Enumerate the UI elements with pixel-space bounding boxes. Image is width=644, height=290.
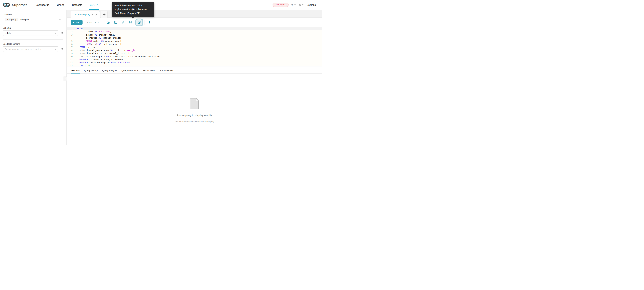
query-tab[interactable]: Example query <box>71 11 100 18</box>
sqllab-main-panel: Example query Run Limit 1K <box>67 10 322 145</box>
sql-editor[interactable]: 1SELECT2 u.name AS user_name,3 c.name AS… <box>67 27 322 66</box>
switch-editor-icon[interactable] <box>136 19 142 25</box>
results-tab-results[interactable]: Results <box>72 68 80 73</box>
table-select[interactable]: Select table or type to search tables <box>3 46 58 52</box>
toolbar-divider <box>102 20 103 25</box>
superset-logo[interactable]: Superset <box>3 2 27 7</box>
line-number: 2 <box>67 30 75 33</box>
nav-item-datasets[interactable]: Datasets <box>72 0 82 9</box>
nav-item-sql[interactable]: SQL <box>90 0 98 9</box>
results-tab-query-estimator[interactable]: Query Estimator <box>122 68 138 73</box>
run-button[interactable]: Run <box>71 20 82 25</box>
new-tab-button[interactable] <box>101 11 108 18</box>
database-engine-tag: postgresql <box>5 18 18 21</box>
code-line-8: 8 JOIN channel_members cm ON u.id = cm.u… <box>67 49 322 52</box>
results-tab-query-history[interactable]: Query history <box>84 68 98 73</box>
theme-toggle[interactable] <box>298 3 304 6</box>
new-item-menu[interactable]: + <box>291 3 296 6</box>
chevron-down-icon <box>316 4 318 5</box>
copy-link-icon[interactable] <box>120 19 126 25</box>
refresh-schemas-icon[interactable] <box>60 32 63 34</box>
environment-badge: flask-debug <box>272 3 288 7</box>
code-line-3: 3 c.name AS channel_name, <box>67 33 322 36</box>
database-select[interactable]: postgresql examples <box>3 17 63 22</box>
sun-icon <box>298 3 302 6</box>
line-number: 8 <box>67 49 75 52</box>
line-number: 12 <box>67 61 75 64</box>
run-label: Run <box>76 21 80 23</box>
content-area: Database postgresql examples Schema publ… <box>0 10 322 145</box>
code-line-10: 10 LEFT JOIN messages m ON m."user" = u.… <box>67 55 322 58</box>
chevron-down-icon <box>54 32 56 34</box>
line-number: 9 <box>67 52 75 55</box>
empty-state-title: Run a query to display results <box>176 114 212 117</box>
table-icon[interactable] <box>112 19 119 25</box>
code-line-12: 12 ORDER BY last_message_at DESC NULLS L… <box>67 61 322 64</box>
format-sql-icon[interactable] <box>128 19 134 25</box>
gutter-border <box>75 27 75 66</box>
line-number: 6 <box>67 43 75 46</box>
collapse-sidebar-button[interactable]: ‹ <box>64 76 67 81</box>
line-number: 13 <box>67 64 75 66</box>
chevron-down-icon <box>54 48 56 50</box>
line-number: 4 <box>67 36 75 39</box>
code-line-1: 1SELECT <box>67 27 322 30</box>
sqllab-sidebar: Database postgresql examples Schema publ… <box>0 10 67 145</box>
indent-guide <box>82 30 82 46</box>
editor-toolbar: Run Limit 1K <box>67 18 322 27</box>
nav-item-label: Datasets <box>72 3 82 6</box>
editor-tab-strip: Example query <box>67 10 322 18</box>
pane-resize-handle[interactable] <box>67 66 322 68</box>
drag-handle-icon[interactable] <box>73 13 73 16</box>
line-number: 10 <box>67 55 75 58</box>
chevron-down-icon <box>98 22 100 23</box>
refresh-tables-icon[interactable] <box>60 48 63 50</box>
nav-item-charts[interactable]: Charts <box>57 0 64 9</box>
nav-menu: DashboardsChartsDatasetsSQL <box>36 0 98 9</box>
more-menu-icon[interactable] <box>146 19 152 25</box>
results-tab-query-insights[interactable]: Query Insights <box>102 68 117 73</box>
unsaved-changes-dot <box>92 14 93 15</box>
close-tab-icon[interactable] <box>95 13 98 15</box>
limit-dropdown[interactable]: Limit 1K <box>87 21 100 23</box>
code-line-9: 9 JOIN channels c ON cm.channel_id = c.i… <box>67 52 322 55</box>
save-icon[interactable] <box>105 19 111 25</box>
code-line-7: 7 FROM users u <box>67 46 322 49</box>
code-line-6: 6 MAX(m.ts) AS last_message_at <box>67 43 322 46</box>
limit-label: Limit <box>87 21 92 23</box>
line-number: 1 <box>67 27 75 30</box>
limit-value: 1K <box>94 21 96 23</box>
results-tab-result-stats[interactable]: Result Stats <box>142 68 155 73</box>
chevron-down-icon <box>59 19 61 20</box>
code-line-5: 5 COUNT(m.ts) AS message_count, <box>67 40 322 43</box>
chevron-down-icon <box>302 4 304 5</box>
tooltip-line: implementations (Ace, Monaco, <box>114 7 152 11</box>
chevron-down-icon <box>96 4 98 5</box>
code-line-11: 11 GROUP BY u.name, c.name, c.created <box>67 58 322 61</box>
nav-item-dashboards[interactable]: Dashboards <box>36 0 49 9</box>
results-tabs: ResultsQuery historyQuery InsightsQuery … <box>67 68 322 73</box>
code-line-13: 13 LIMIT 20 <box>67 64 322 66</box>
table-select-placeholder: Select table or type to search tables <box>5 48 41 50</box>
line-number: 5 <box>67 40 75 43</box>
schema-select[interactable]: public <box>3 30 58 36</box>
schema-label: Schema <box>3 27 63 29</box>
header-right: flask-debug + Settings <box>272 3 318 7</box>
code-line-2: 2 u.name AS user_name, <box>67 30 322 33</box>
results-tab-sql-visualizer[interactable]: Sql Visualizer <box>159 68 173 73</box>
settings-label: Settings <box>307 3 316 6</box>
plus-icon <box>103 13 106 16</box>
nav-item-label: Charts <box>57 3 64 6</box>
table-schema-label: See table schema <box>3 43 63 45</box>
empty-state-subtitle: There is currently no information to dis… <box>174 120 214 123</box>
settings-menu[interactable]: Settings <box>307 3 318 6</box>
chevron-down-icon <box>294 4 296 5</box>
nav-item-label: Dashboards <box>36 3 49 6</box>
schema-select-value: public <box>5 32 11 34</box>
superset-infinity-icon <box>3 2 10 7</box>
line-number: 11 <box>67 58 75 61</box>
toolbar-divider <box>144 20 144 25</box>
app-header: Superset DashboardsChartsDatasetsSQL fla… <box>0 0 322 10</box>
tooltip-line: CodeMirror, SimpleMDE) <box>114 11 152 15</box>
brand-name: Superset <box>12 3 27 7</box>
